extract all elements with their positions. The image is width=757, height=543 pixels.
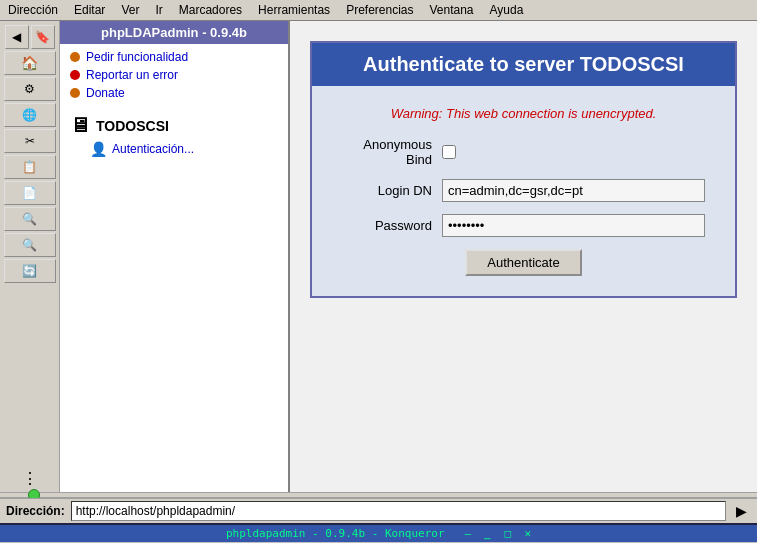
nav-refresh-icon[interactable]: 🔄	[4, 259, 56, 283]
auth-label: Autenticación...	[112, 142, 194, 156]
menu-item-error[interactable]: Reportar un error	[70, 68, 278, 82]
authenticate-button[interactable]: Authenticate	[465, 249, 581, 276]
address-input[interactable]	[71, 501, 726, 521]
left-panel: phpLDAPadmin - 0.9.4b Pedir funcionalida…	[60, 21, 290, 492]
nav-cut-icon[interactable]: ✂	[4, 129, 56, 153]
server-name: TODOSCSI	[96, 118, 169, 134]
nav-back-icon[interactable]: ◀	[5, 25, 29, 49]
bullet-error	[70, 70, 80, 80]
nav-copy-icon[interactable]: 📋	[4, 155, 56, 179]
menu-ventana[interactable]: Ventana	[426, 2, 478, 18]
content-area: ◀ 🔖 🏠 ⚙ 🌐 ✂ 📋 📄 🔍 🔍 🔄 ⋮ phpLDAPadmin - 0…	[0, 21, 757, 492]
menu-item-funcionalidad[interactable]: Pedir funcionalidad	[70, 50, 278, 64]
server-icon: 🖥	[70, 114, 90, 137]
nav-expand-icon[interactable]: ⋮	[22, 469, 38, 488]
menu-ver[interactable]: Ver	[117, 2, 143, 18]
nav-zoom-in-icon[interactable]: 🔍	[4, 233, 56, 257]
bullet-funcionalidad	[70, 52, 80, 62]
password-row: Password	[342, 214, 705, 237]
warning-text: Warning: This web connection is unencryp…	[342, 106, 705, 121]
browser-window: ◀ 🔖 🏠 ⚙ 🌐 ✂ 📋 📄 🔍 🔍 🔄 ⋮ phpLDAPadmin - 0…	[0, 21, 757, 542]
server-auth-link[interactable]: 👤 Autenticación...	[70, 141, 278, 157]
login-dn-row: Login DN	[342, 179, 705, 202]
button-row: Authenticate	[342, 249, 705, 276]
menu-marcadores[interactable]: Marcadores	[175, 2, 246, 18]
nav-bookmark-icon[interactable]: 🔖	[31, 25, 55, 49]
menu-herramientas[interactable]: Herramientas	[254, 2, 334, 18]
password-input[interactable]	[442, 214, 705, 237]
address-go-icon[interactable]: ▶	[732, 503, 751, 519]
menu-editar[interactable]: Editar	[70, 2, 109, 18]
password-label: Password	[342, 218, 432, 233]
auth-body: Warning: This web connection is unencryp…	[312, 86, 735, 296]
menu-direccion[interactable]: Dirección	[4, 2, 62, 18]
bullet-donate	[70, 88, 80, 98]
nav-globe-icon[interactable]: 🌐	[4, 103, 56, 127]
person-icon: 👤	[90, 141, 106, 157]
menu-item-donate[interactable]: Donate	[70, 86, 278, 100]
server-title: 🖥 TODOSCSI	[70, 114, 278, 137]
nav-gear-icon[interactable]: ⚙	[4, 77, 56, 101]
icon-sidebar: ◀ 🔖 🏠 ⚙ 🌐 ✂ 📋 📄 🔍 🔍 🔄 ⋮	[0, 21, 60, 492]
address-bar: Dirección: ▶	[0, 498, 757, 523]
status-bar: phpldapadmin - 0.9.4b - Konqueror — ⎯ □ …	[0, 523, 757, 542]
auth-container: Authenticate to server TODOSCSI Warning:…	[310, 41, 737, 298]
main-panel: Authenticate to server TODOSCSI Warning:…	[290, 21, 757, 492]
panel-menu: Pedir funcionalidad Reportar un error Do…	[60, 44, 288, 106]
menu-bar: Dirección Editar Ver Ir Marcadores Herra…	[0, 0, 757, 21]
server-section: 🖥 TODOSCSI 👤 Autenticación...	[60, 106, 288, 165]
status-text: phpldapadmin - 0.9.4b - Konqueror	[226, 527, 445, 540]
anonymous-bind-label: Anonymous Bind	[342, 137, 432, 167]
nav-home-icon[interactable]: 🏠	[4, 51, 56, 75]
anonymous-bind-checkbox[interactable]	[442, 145, 456, 159]
login-dn-input[interactable]	[442, 179, 705, 202]
address-label: Dirección:	[6, 504, 65, 518]
menu-preferencias[interactable]: Preferencias	[342, 2, 417, 18]
menu-ayuda[interactable]: Ayuda	[486, 2, 528, 18]
anonymous-bind-row: Anonymous Bind	[342, 137, 705, 167]
auth-header: Authenticate to server TODOSCSI	[312, 43, 735, 86]
nav-paste-icon[interactable]: 📄	[4, 181, 56, 205]
login-dn-label: Login DN	[342, 183, 432, 198]
menu-ir[interactable]: Ir	[151, 2, 166, 18]
nav-search-icon[interactable]: 🔍	[4, 207, 56, 231]
panel-header: phpLDAPadmin - 0.9.4b	[60, 21, 288, 44]
